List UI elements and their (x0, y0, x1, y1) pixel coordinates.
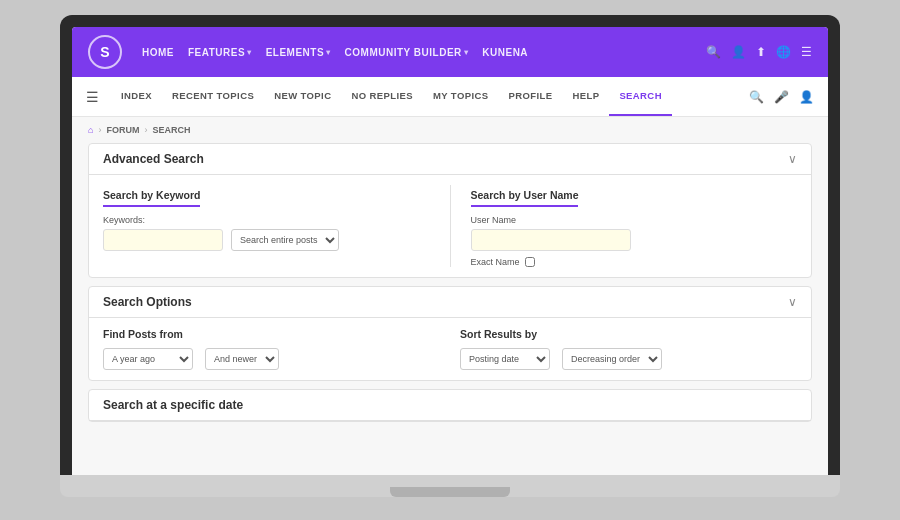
nav-link-home[interactable]: HOME (142, 47, 174, 58)
globe-icon[interactable]: 🌐 (776, 45, 791, 59)
breadcrumb-forum: FORUM (106, 125, 139, 135)
username-column: Search by User Name User Name Exact Name (471, 185, 798, 267)
forum-nav-links: INDEX RECENT TOPICS NEW TOPIC NO REPLIES (111, 77, 749, 116)
top-nav-icons: 🔍 👤 ⬆ 🌐 ☰ (706, 45, 812, 59)
advanced-search-body: Search by Keyword Keywords: Search entir… (89, 175, 811, 277)
options-columns: Find Posts from A year ago And newer (103, 328, 797, 370)
search-scope-select[interactable]: Search entire posts (231, 229, 339, 251)
laptop-base (60, 475, 840, 497)
newer-older-select[interactable]: And newer (205, 348, 279, 370)
find-posts-column: Find Posts from A year ago And newer (103, 328, 440, 370)
nav-label-community: COMMUNITY BUILDER (345, 47, 462, 58)
exact-name-checkbox[interactable] (525, 257, 535, 267)
keyword-input[interactable] (103, 229, 223, 251)
nav-label-elements: ELEMENTS (266, 47, 324, 58)
sort-results-title: Sort Results by (460, 328, 797, 340)
find-posts-title: Find Posts from (103, 328, 440, 340)
search-options-chevron[interactable]: ∨ (788, 295, 797, 309)
forum-nav-new-topic[interactable]: NEW TOPIC (264, 77, 341, 116)
search-options-panel: Search Options ∨ Find Posts from (88, 286, 812, 381)
forum-nav-no-replies[interactable]: NO REPLIES (341, 77, 423, 116)
from-date-select[interactable]: A year ago (103, 348, 193, 370)
forum-nav-right: 🔍 🎤 👤 (749, 90, 814, 104)
keyword-column: Search by Keyword Keywords: Search entir… (103, 185, 430, 267)
forum-nav: ☰ INDEX RECENT TOPICS NEW TOPIC NO REPLI… (72, 77, 828, 117)
forum-user-icon[interactable]: 👤 (799, 90, 814, 104)
sort-by-select[interactable]: Posting date (460, 348, 550, 370)
logo: S (88, 35, 122, 69)
keyword-input-row: Search entire posts (103, 229, 430, 251)
specific-date-panel: Search at a specific date (88, 389, 812, 422)
exact-name-row: Exact Name (471, 257, 798, 267)
chevron-down-icon: ▾ (464, 48, 469, 57)
forum-hamburger-icon[interactable]: ☰ (86, 89, 99, 105)
nav-label-kunena: KUNENA (482, 47, 528, 58)
forum-mic-icon[interactable]: 🎤 (774, 90, 789, 104)
search-columns: Search by Keyword Keywords: Search entir… (103, 185, 797, 267)
search-icon[interactable]: 🔍 (706, 45, 721, 59)
laptop-notch (390, 487, 510, 497)
nav-link-elements[interactable]: ELEMENTS ▾ (266, 47, 331, 58)
user-icon[interactable]: 👤 (731, 45, 746, 59)
sort-results-row: Posting date Decreasing order (460, 348, 797, 370)
laptop-shell: S HOME FEATURES ▾ ELEMENTS ▾ COMM (60, 15, 840, 505)
advanced-search-panel: Advanced Search ∨ Search by Keyword Keyw… (88, 143, 812, 278)
forum-nav-profile[interactable]: PROFILE (498, 77, 562, 116)
laptop-screen-inner: S HOME FEATURES ▾ ELEMENTS ▾ COMM (72, 27, 828, 475)
forum-nav-index[interactable]: INDEX (111, 77, 162, 116)
username-section-title: Search by User Name (471, 189, 579, 207)
column-divider (450, 185, 451, 267)
forum-search-icon[interactable]: 🔍 (749, 90, 764, 104)
forum-nav-recent[interactable]: RECENT TOPICS (162, 77, 264, 116)
forum-nav-search[interactable]: SEARCH (609, 77, 672, 116)
breadcrumb: ⌂ › FORUM › SEARCH (72, 117, 828, 143)
chevron-down-icon: ▾ (326, 48, 331, 57)
sort-results-column: Sort Results by Posting date Decreasing … (460, 328, 797, 370)
username-input[interactable] (471, 229, 631, 251)
laptop-screen-outer: S HOME FEATURES ▾ ELEMENTS ▾ COMM (60, 15, 840, 475)
breadcrumb-home-icon[interactable]: ⌂ (88, 125, 93, 135)
top-nav: S HOME FEATURES ▾ ELEMENTS ▾ COMM (72, 27, 828, 77)
advanced-search-chevron[interactable]: ∨ (788, 152, 797, 166)
logo-letter: S (100, 44, 109, 60)
nav-link-kunena[interactable]: KUNENA (482, 47, 528, 58)
forum-nav-my-topics[interactable]: MY TOPICS (423, 77, 499, 116)
nav-label-home: HOME (142, 47, 174, 58)
find-posts-row: A year ago And newer (103, 348, 440, 370)
breadcrumb-arrow-2: › (144, 125, 147, 135)
chevron-down-icon: ▾ (247, 48, 252, 57)
content-area: ☰ INDEX RECENT TOPICS NEW TOPIC NO REPLI… (72, 77, 828, 475)
advanced-search-header: Advanced Search ∨ (89, 144, 811, 175)
breadcrumb-arrow-1: › (98, 125, 101, 135)
share-icon[interactable]: ⬆ (756, 45, 766, 59)
forum-nav-help[interactable]: HELP (562, 77, 609, 116)
sort-order-select[interactable]: Decreasing order (562, 348, 662, 370)
nav-link-features[interactable]: FEATURES ▾ (188, 47, 252, 58)
specific-date-title: Search at a specific date (103, 398, 243, 412)
keyword-field-label: Keywords: (103, 215, 430, 225)
username-field-label: User Name (471, 215, 798, 225)
exact-name-label: Exact Name (471, 257, 520, 267)
menu-icon[interactable]: ☰ (801, 45, 812, 59)
search-options-body: Find Posts from A year ago And newer (89, 318, 811, 380)
keyword-section-title: Search by Keyword (103, 189, 200, 207)
nav-label-features: FEATURES (188, 47, 245, 58)
breadcrumb-search: SEARCH (152, 125, 190, 135)
search-options-header: Search Options ∨ (89, 287, 811, 318)
main-content: Advanced Search ∨ Search by Keyword Keyw… (72, 143, 828, 446)
nav-link-community[interactable]: COMMUNITY BUILDER ▾ (345, 47, 469, 58)
specific-date-header: Search at a specific date (89, 390, 811, 421)
top-nav-links: HOME FEATURES ▾ ELEMENTS ▾ COMMUNITY BUI… (142, 47, 706, 58)
search-options-title: Search Options (103, 295, 192, 309)
username-input-row (471, 229, 798, 251)
advanced-search-title: Advanced Search (103, 152, 204, 166)
